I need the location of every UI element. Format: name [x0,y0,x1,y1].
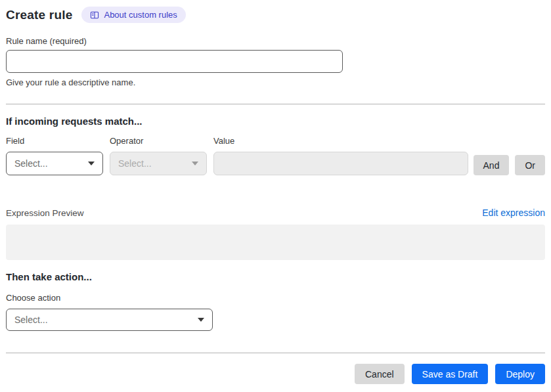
match-section-heading: If incoming requests match... [6,116,545,127]
rule-name-label: Rule name (required) [6,36,545,46]
match-condition-row: Field Select... Operator Select... Value… [6,136,545,175]
cancel-button[interactable]: Cancel [355,364,405,384]
field-select-value: Select... [14,158,48,169]
chevron-down-icon [198,318,204,322]
action-section-heading: Then take action... [6,271,545,282]
expression-preview-label: Expression Preview [6,208,84,218]
or-button[interactable]: Or [515,155,545,175]
expression-preview-box [6,225,545,260]
value-column: Value [213,136,468,175]
value-input [213,152,468,175]
section-divider-bottom [6,353,545,353]
operator-label: Operator [110,136,207,146]
operator-select: Select... [110,152,207,175]
field-column: Field Select... [6,136,103,175]
field-label: Field [6,136,103,146]
operator-select-value: Select... [118,158,152,169]
and-button[interactable]: And [474,155,510,175]
deploy-button[interactable]: Deploy [495,364,545,384]
footer-actions: Cancel Save as Draft Deploy [6,364,545,384]
about-custom-rules-badge[interactable]: About custom rules [81,7,185,23]
save-as-draft-button[interactable]: Save as Draft [412,364,489,384]
expression-preview-header: Expression Preview Edit expression [6,207,545,218]
create-rule-page: Create rule About custom rules Rule name… [0,0,551,392]
rule-name-helper: Give your rule a descriptive name. [6,77,545,87]
rule-name-input[interactable] [6,50,343,73]
about-custom-rules-label: About custom rules [104,10,177,20]
conjunction-buttons: And Or [474,147,545,175]
chevron-down-icon [88,162,95,165]
operator-column: Operator Select... [110,136,207,175]
action-select-value: Select... [14,315,48,325]
edit-expression-link[interactable]: Edit expression [482,207,545,218]
book-icon [90,11,99,20]
action-select[interactable]: Select... [6,309,213,331]
page-header: Create rule About custom rules [6,7,545,23]
page-title: Create rule [6,8,72,22]
field-select[interactable]: Select... [6,152,103,175]
chevron-down-icon [192,162,198,165]
value-label: Value [213,136,468,146]
section-divider-top [6,104,545,104]
choose-action-label: Choose action [6,293,545,303]
